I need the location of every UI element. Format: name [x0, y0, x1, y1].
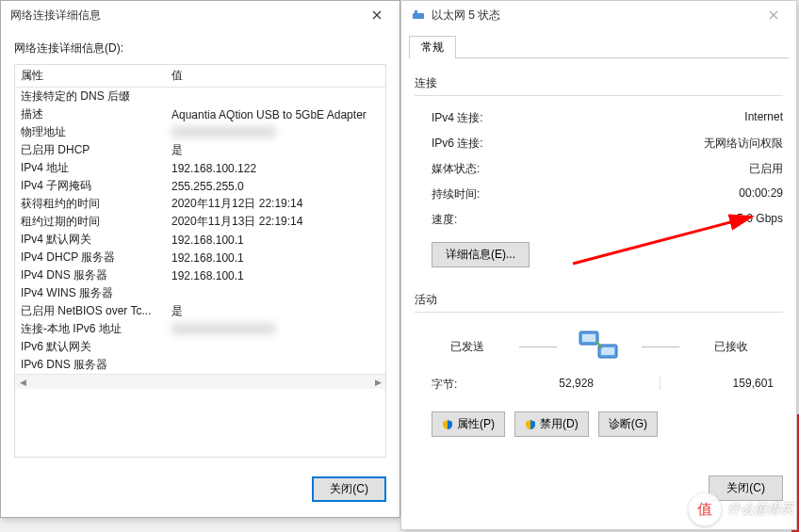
- details-table: 属性 值 连接特定的 DNS 后缀描述Aquantia AQtion USB t…: [14, 64, 386, 458]
- col-value: 值: [166, 68, 385, 84]
- cell-property: IPv4 WINS 服务器: [21, 285, 171, 301]
- table-row[interactable]: IPv4 DNS 服务器192.168.100.1: [15, 266, 385, 284]
- shield-icon: [525, 419, 536, 430]
- close-icon: [372, 10, 382, 20]
- sent-label: 已发送: [434, 339, 500, 355]
- connection-row: 持续时间:00:00:29: [415, 182, 783, 207]
- bytes-row: 字节: 52,928 159,601: [415, 371, 783, 393]
- bytes-sent: 52,928: [507, 377, 631, 393]
- connection-row: IPv4 连接:Internet: [415, 105, 783, 131]
- close-button[interactable]: [755, 2, 792, 28]
- network-icon: [411, 8, 426, 23]
- tab-general[interactable]: 常规: [409, 36, 456, 58]
- table-row[interactable]: 已启用 NetBIOS over Tc...是: [15, 302, 385, 320]
- cell-property: 物理地址: [21, 124, 171, 140]
- table-row[interactable]: 租约过期的时间2020年11月13日 22:19:14: [15, 213, 385, 231]
- connection-row: IPv6 连接:无网络访问权限: [415, 131, 783, 156]
- bytes-recv: 159,601: [689, 377, 783, 393]
- shield-icon: [442, 419, 453, 430]
- cell-property: IPv4 默认网关: [21, 232, 171, 248]
- scroll-left-icon[interactable]: ◀: [15, 375, 30, 389]
- cell-value: 是: [171, 142, 385, 158]
- conn-value: 00:00:29: [739, 186, 783, 202]
- table-row[interactable]: 物理地址████████: [15, 123, 385, 141]
- cell-property: 获得租约的时间: [21, 196, 171, 212]
- cell-property: IPv4 地址: [21, 160, 171, 176]
- table-row[interactable]: 已启用 DHCP是: [15, 141, 385, 159]
- cell-value: 2020年11月13日 22:19:14: [171, 214, 385, 230]
- cell-property: IPv4 DHCP 服务器: [21, 250, 171, 266]
- cell-value: ████████: [171, 126, 385, 139]
- table-row[interactable]: IPv4 WINS 服务器: [15, 284, 385, 302]
- conn-key: 速度:: [432, 212, 737, 228]
- conn-value: 5.0 Gbps: [737, 212, 783, 228]
- window-title: 网络连接详细信息: [10, 8, 358, 24]
- table-header: 属性 值: [15, 65, 385, 88]
- conn-value: 已启用: [749, 161, 783, 177]
- conn-value: 无网络访问权限: [704, 136, 783, 152]
- section-label: 网络连接详细信息(D):: [14, 40, 386, 56]
- close-dialog-button[interactable]: 关闭(C): [312, 476, 386, 502]
- svg-rect-0: [413, 13, 424, 19]
- disable-button[interactable]: 禁用(D): [514, 411, 589, 437]
- ethernet-status-window: 以太网 5 状态 常规 连接 IPv4 连接:InternetIPv6 连接:无…: [400, 0, 797, 530]
- cell-property: 已启用 DHCP: [21, 142, 171, 158]
- close-button[interactable]: [358, 2, 396, 28]
- properties-button[interactable]: 属性(P): [432, 411, 505, 437]
- conn-key: 媒体状态:: [432, 161, 749, 177]
- table-row[interactable]: 描述Aquantia AQtion USB to 5GbE Adapter: [15, 105, 385, 123]
- horizontal-scrollbar[interactable]: ◀ ▶: [15, 374, 385, 389]
- col-property: 属性: [15, 68, 166, 84]
- cell-property: 已启用 NetBIOS over Tc...: [21, 303, 171, 319]
- cell-property: 连接特定的 DNS 后缀: [21, 89, 171, 105]
- conn-value: Internet: [744, 110, 783, 126]
- window-title: 以太网 5 状态: [432, 8, 755, 24]
- activity-group-title: 活动: [415, 292, 783, 308]
- computers-icon: [576, 328, 623, 365]
- conn-key: IPv4 连接:: [432, 110, 744, 126]
- table-row[interactable]: 连接-本地 IPv6 地址████████: [15, 320, 385, 338]
- table-row[interactable]: IPv4 地址192.168.100.122: [15, 159, 385, 177]
- close-icon: [769, 10, 778, 20]
- watermark-logo: 值: [688, 492, 722, 526]
- cell-value: 2020年11月12日 22:19:14: [171, 196, 385, 212]
- table-row[interactable]: IPv4 默认网关192.168.100.1: [15, 231, 385, 249]
- cell-property: IPv4 DNS 服务器: [21, 267, 171, 283]
- svg-rect-5: [601, 347, 614, 355]
- connection-row: 速度:5.0 Gbps: [415, 207, 783, 233]
- conn-key: 持续时间:: [432, 186, 739, 202]
- activity-diagram: 已发送 已接收: [415, 328, 783, 365]
- cell-property: 描述: [21, 106, 171, 122]
- connection-row: 媒体状态:已启用: [415, 156, 783, 182]
- titlebar: 以太网 5 状态: [401, 1, 796, 29]
- cell-value: 是: [171, 303, 385, 319]
- cell-property: IPv4 子网掩码: [21, 178, 171, 194]
- cell-value: 192.168.100.1: [171, 251, 385, 265]
- table-row[interactable]: IPv4 DHCP 服务器192.168.100.1: [15, 249, 385, 266]
- table-row[interactable]: 连接特定的 DNS 后缀: [15, 88, 385, 105]
- bytes-label: 字节:: [432, 377, 507, 393]
- svg-rect-3: [582, 334, 595, 342]
- diagnose-button[interactable]: 诊断(G): [598, 411, 658, 437]
- cell-property: 连接-本地 IPv6 地址: [21, 321, 171, 337]
- cell-value: 192.168.100.122: [171, 162, 385, 175]
- scroll-right-icon[interactable]: ▶: [370, 375, 385, 389]
- network-details-window: 网络连接详细信息 网络连接详细信息(D): 属性 值 连接特定的 DNS 后缀描…: [0, 0, 400, 518]
- table-row[interactable]: IPv6 默认网关: [15, 338, 385, 356]
- cell-value: 192.168.100.1: [171, 234, 385, 247]
- details-button[interactable]: 详细信息(E)...: [432, 242, 530, 267]
- watermark: 值 什么值得买: [688, 492, 793, 526]
- connection-group-title: 连接: [415, 75, 783, 91]
- watermark-text: 什么值得买: [727, 501, 793, 518]
- table-row[interactable]: IPv6 DNS 服务器: [15, 356, 385, 374]
- conn-key: IPv6 连接:: [432, 136, 704, 152]
- titlebar: 网络连接详细信息: [1, 1, 400, 29]
- recv-label: 已接收: [698, 339, 764, 355]
- cell-property: 租约过期的时间: [21, 214, 171, 230]
- table-row[interactable]: IPv4 子网掩码255.255.255.0: [15, 177, 385, 195]
- cell-value: Aquantia AQtion USB to 5GbE Adapter: [171, 108, 385, 121]
- svg-rect-1: [415, 10, 417, 13]
- cell-property: IPv6 DNS 服务器: [21, 357, 171, 373]
- table-row[interactable]: 获得租约的时间2020年11月12日 22:19:14: [15, 195, 385, 213]
- cell-value: 255.255.255.0: [171, 180, 385, 193]
